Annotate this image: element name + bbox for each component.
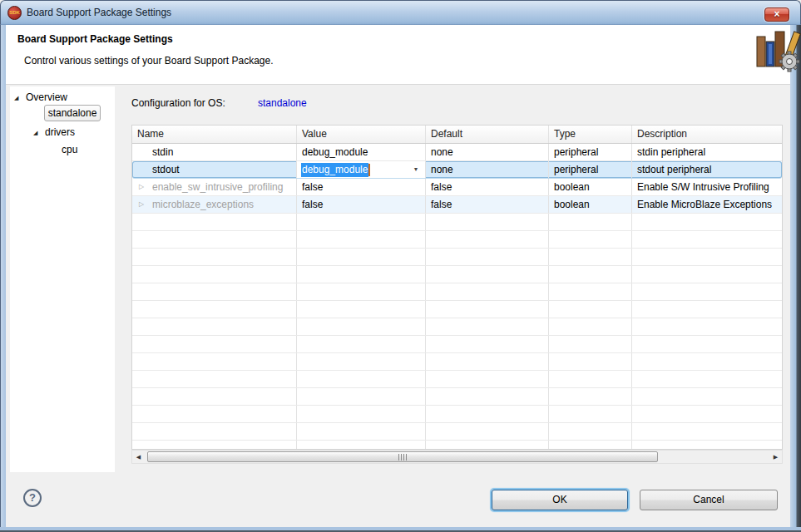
configuration-os-value[interactable]: standalone: [258, 96, 307, 110]
table-row-empty: [132, 336, 782, 353]
library-books-icon: [751, 27, 801, 81]
table-cell-empty: [632, 283, 782, 300]
table-row-empty: [132, 249, 782, 266]
cell-value[interactable]: false: [297, 179, 426, 195]
cell-name[interactable]: ▷ enable_sw_intrusive_profiling: [132, 179, 297, 195]
table-cell-empty: [632, 249, 782, 265]
table-cell-empty: [297, 214, 426, 230]
scrollbar-thumb[interactable]: [147, 451, 658, 462]
table-cell-empty: [297, 423, 426, 440]
tree-item-label: drivers: [45, 126, 75, 138]
table-cell-empty: [297, 353, 426, 370]
cell-name[interactable]: stdin: [132, 144, 297, 160]
settings-table: Name Value Default Type Description stdi…: [131, 125, 783, 450]
help-button[interactable]: ?: [23, 489, 42, 507]
tree-item-label: Overview: [26, 91, 67, 103]
table-cell-empty: [632, 388, 782, 405]
table-cell-empty: [426, 214, 549, 230]
horizontal-scrollbar[interactable]: ◀ ▶: [131, 450, 783, 464]
table-cell-empty: [549, 249, 632, 265]
table-cell-empty: [632, 301, 782, 318]
cell-value-editing[interactable]: debug_module ▼: [297, 161, 426, 178]
table-row-stdin[interactable]: stdin debug_module none peripheral stdin…: [132, 144, 782, 161]
table-row-empty: [132, 406, 782, 423]
titlebar[interactable]: SDK Board Support Package Settings ×: [0, 0, 801, 25]
table-row-empty: [132, 301, 782, 318]
table-cell-empty: [132, 214, 297, 230]
window-title: Board Support Package Settings: [27, 7, 171, 18]
table-empty-rows: [132, 214, 782, 450]
table-cell-empty: [426, 301, 549, 318]
table-row-enable-sw-intrusive-profiling[interactable]: ▷ enable_sw_intrusive_profiling false fa…: [132, 179, 782, 196]
table-row-stdout-selected[interactable]: stdout debug_module ▼ none peripheral st…: [132, 161, 782, 179]
expand-arrow-icon[interactable]: ▷: [139, 179, 144, 195]
cell-type: peripheral: [549, 161, 632, 178]
scroll-left-icon[interactable]: ◀: [132, 454, 145, 461]
value-combobox[interactable]: debug_module ▼: [297, 161, 425, 178]
table-cell-empty: [426, 266, 549, 283]
cell-value[interactable]: debug_module: [297, 144, 426, 160]
column-header-default[interactable]: Default: [426, 126, 549, 143]
table-cell-empty: [632, 406, 782, 422]
table-row-microblaze-exceptions[interactable]: ▷ microblaze_exceptions false false bool…: [132, 196, 782, 214]
tree-item-cpu[interactable]: cpu: [62, 142, 77, 157]
cell-description: Enable S/W Intrusive Profiling: [632, 179, 782, 195]
scroll-right-icon[interactable]: ▶: [769, 454, 782, 461]
combobox-dropdown-icon[interactable]: ▼: [410, 161, 422, 178]
cell-name[interactable]: stdout: [132, 161, 297, 178]
tree-item-standalone[interactable]: standalone: [44, 105, 101, 121]
cell-description: Enable MicroBlaze Exceptions: [632, 196, 782, 213]
table-cell-empty: [549, 441, 632, 450]
table-cell-empty: [632, 441, 782, 450]
table-cell-empty: [632, 266, 782, 283]
header-subtitle: Control various settings of your Board S…: [24, 55, 274, 66]
window-border-right: [790, 25, 801, 527]
scrollbar-grip: [398, 454, 407, 461]
tree-expanded-icon[interactable]: ◢: [33, 126, 37, 140]
cell-type: boolean: [549, 179, 632, 195]
ok-button[interactable]: OK: [492, 490, 628, 510]
column-header-type[interactable]: Type: [549, 126, 632, 143]
table-cell-empty: [297, 441, 426, 450]
table-cell-empty: [549, 214, 632, 230]
close-button[interactable]: ×: [764, 7, 789, 22]
bsp-settings-dialog: SDK Board Support Package Settings × Boa…: [0, 0, 801, 532]
cell-description: stdout peripheral: [632, 161, 782, 178]
table-cell-empty: [549, 283, 632, 300]
table-cell-empty: [132, 283, 297, 300]
table-cell-empty: [132, 336, 297, 352]
table-cell-empty: [632, 371, 782, 387]
tree-expanded-icon[interactable]: ◢: [14, 91, 18, 106]
table-cell-empty: [297, 371, 426, 387]
table-cell-empty: [426, 353, 549, 370]
table-cell-empty: [549, 336, 632, 352]
table-cell-empty: [632, 318, 782, 335]
tree-item-overview[interactable]: ◢ Overview: [14, 90, 67, 105]
table-cell-empty: [297, 231, 426, 248]
table-cell-empty: [549, 371, 632, 387]
expand-arrow-icon[interactable]: ▷: [139, 196, 144, 213]
table-cell-empty: [426, 423, 549, 440]
table-cell-empty: [297, 336, 426, 352]
text-cursor: [368, 164, 370, 176]
column-header-value[interactable]: Value: [297, 126, 426, 143]
cell-description: stdin peripheral: [632, 144, 782, 160]
cell-name[interactable]: ▷ microblaze_exceptions: [132, 196, 297, 213]
table-cell-empty: [632, 353, 782, 370]
gear-icon: [779, 52, 799, 71]
table-cell-empty: [632, 336, 782, 352]
column-header-name[interactable]: Name: [132, 126, 297, 143]
cell-value[interactable]: false: [297, 196, 426, 213]
cell-type: peripheral: [549, 144, 632, 160]
table-cell-empty: [426, 336, 549, 352]
table-cell-empty: [549, 388, 632, 405]
tree-item-drivers[interactable]: ◢ drivers: [33, 125, 75, 140]
combobox-selected-text[interactable]: debug_module: [301, 163, 368, 177]
table-cell-empty: [632, 231, 782, 248]
cancel-button[interactable]: Cancel: [640, 490, 778, 510]
table-row-empty: [132, 388, 782, 406]
table-cell-empty: [132, 249, 297, 265]
column-header-description[interactable]: Description: [632, 126, 782, 143]
table-row-empty: [132, 318, 782, 336]
table-cell-empty: [132, 423, 297, 440]
